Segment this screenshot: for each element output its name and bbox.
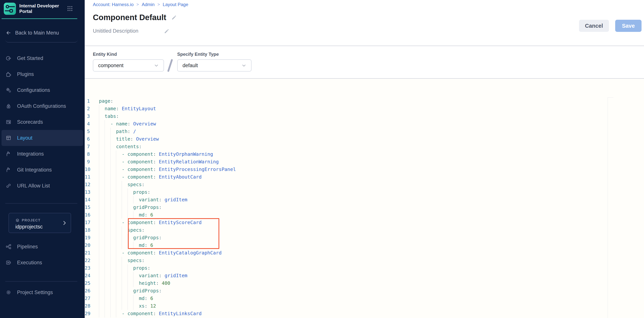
sidebar-item-executions[interactable]: Executions <box>2 255 83 270</box>
yaml-key: md <box>139 242 144 248</box>
sidebar-item-layout[interactable]: Layout <box>2 130 83 146</box>
yaml-value: Overview <box>133 136 159 142</box>
yaml-key: md <box>139 296 144 301</box>
entity-kind-select[interactable]: component <box>93 59 164 72</box>
line-number: 3 <box>85 113 99 120</box>
edit-title-pencil-icon[interactable] <box>171 15 177 20</box>
project-settings-icon <box>6 289 12 296</box>
code-line: 12specs: <box>85 181 644 188</box>
module-grid-icon[interactable] <box>67 5 73 12</box>
arrow-left-icon <box>6 30 11 36</box>
yaml-editor[interactable]: 1page:2name: EntityLayout3tabs:4- name: … <box>85 79 644 318</box>
yaml-dash: - <box>122 167 127 172</box>
indent-guides <box>99 204 133 211</box>
sidebar-item-git-integrations[interactable]: Git Integrations <box>2 162 83 178</box>
yaml-value: gridItem <box>162 273 187 278</box>
yaml-colon: : <box>128 129 130 134</box>
indent-guides <box>99 279 139 287</box>
breadcrumb-link[interactable]: Account: Harness.io <box>93 2 134 7</box>
line-number: 14 <box>85 196 99 204</box>
line-number: 16 <box>85 211 99 219</box>
sidebar-item-pipelines[interactable]: Pipelines <box>2 239 83 255</box>
yaml-key: name <box>104 106 116 111</box>
code-line: 28xs: 12 <box>85 302 644 310</box>
line-number: 15 <box>85 204 99 211</box>
indent-guides <box>99 295 139 302</box>
line-number: 19 <box>85 234 99 241</box>
yaml-key: specs <box>128 258 142 263</box>
sidebar-main-nav: Get StartedPluginsConfigurationsOAuth Co… <box>2 50 83 194</box>
yaml-key: specs <box>128 227 142 233</box>
sidebar-item-label: Project Settings <box>17 289 53 295</box>
cancel-button[interactable]: Cancel <box>579 20 609 32</box>
line-number: 5 <box>85 128 99 135</box>
code-line: 3tabs: <box>85 113 644 120</box>
line-number: 28 <box>85 302 99 310</box>
yaml-colon: : <box>142 227 144 233</box>
code-line: 7contents: <box>85 143 644 150</box>
indent-guides <box>99 143 116 150</box>
yaml-colon: : <box>159 205 162 210</box>
sidebar-item-project-settings[interactable]: Project Settings <box>2 284 83 300</box>
sidebar-item-oauth-configurations[interactable]: OAuth Configurations <box>2 98 83 114</box>
sidebar-item-scorecards[interactable]: Scorecards <box>2 114 83 130</box>
yaml-key: props <box>133 189 148 195</box>
yaml-colon: : <box>144 212 148 218</box>
sidebar-section-divider <box>5 40 78 43</box>
yaml-colon: : <box>148 189 150 195</box>
code-line: 4- name: Overview <box>85 120 644 128</box>
entity-type-select[interactable]: default <box>177 59 252 72</box>
line-number: 20 <box>85 241 99 249</box>
yaml-key: variant <box>139 197 159 202</box>
breadcrumb-separator: > <box>136 2 139 7</box>
header-divider <box>85 46 644 46</box>
sidebar-item-label: Pipelines <box>17 244 38 250</box>
sidebar-item-plugins[interactable]: Plugins <box>2 66 83 82</box>
yaml-key: component <box>128 167 153 172</box>
code-line: 15gridProps: <box>85 204 644 211</box>
project-selector-card[interactable]: PROJECT idpprojectsc <box>8 213 71 233</box>
save-button[interactable]: Save <box>615 20 642 32</box>
sidebar-item-get-started[interactable]: Get Started <box>2 50 83 66</box>
yaml-colon: : <box>144 296 148 301</box>
yaml-colon: : <box>153 151 156 157</box>
yaml-colon: : <box>159 288 162 293</box>
sidebar-item-configurations[interactable]: Configurations <box>2 82 83 98</box>
line-number: 26 <box>85 287 99 295</box>
code-line: 20md: 6 <box>85 241 644 249</box>
yaml-dash: - <box>122 311 127 316</box>
indent-guides <box>99 211 139 219</box>
chevron-down-icon <box>241 63 246 68</box>
url-allow-list-icon <box>6 183 12 189</box>
yaml-dash: - <box>122 151 127 157</box>
yaml-colon: : <box>159 273 162 278</box>
sidebar-item-url-allow-list[interactable]: URL Allow List <box>2 178 83 194</box>
indent-guides <box>99 272 139 279</box>
yaml-value: EntityAboutCard <box>156 174 202 180</box>
yaml-key: path <box>116 129 127 134</box>
yaml-colon: : <box>159 197 162 202</box>
oauth-configurations-icon <box>6 103 12 109</box>
yaml-value: EntityCatalogGraphCard <box>156 250 222 256</box>
page: Internal Developer Portal Back to Main M… <box>0 0 644 318</box>
sidebar-item-label: Layout <box>17 135 32 141</box>
line-number: 6 <box>85 135 99 143</box>
layers-icon <box>15 218 20 222</box>
line-number: 10 <box>85 166 99 173</box>
scorecards-icon <box>6 119 12 125</box>
kind-type-separator <box>167 59 173 72</box>
editor-scrollbar-border-top <box>608 97 613 98</box>
yaml-key: title <box>116 136 130 142</box>
indent-guides <box>99 128 116 135</box>
sidebar-item-integrations[interactable]: Integrations <box>2 146 83 162</box>
entity-type-value: default <box>182 63 241 69</box>
edit-description-pencil-icon[interactable] <box>164 28 170 34</box>
line-number: 22 <box>85 257 99 264</box>
sidebar-item-label: Get Started <box>17 55 43 61</box>
back-to-main-menu[interactable]: Back to Main Menu <box>6 29 59 37</box>
code-line: 22specs: <box>85 257 644 264</box>
breadcrumb-link[interactable]: Admin <box>142 2 155 7</box>
line-number: 21 <box>85 249 99 257</box>
yaml-colon: : <box>153 159 156 164</box>
yaml-colon: : <box>153 250 156 256</box>
